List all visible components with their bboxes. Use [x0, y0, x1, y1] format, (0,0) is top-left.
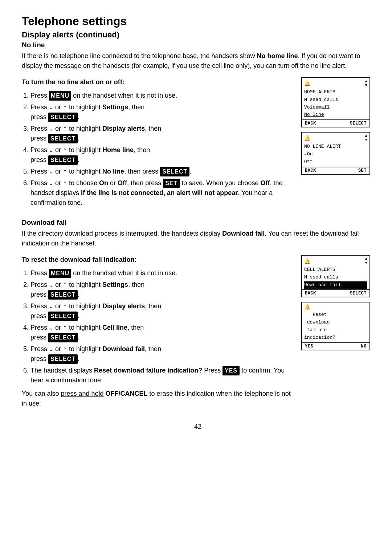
arrow-up: ⌃	[63, 125, 67, 133]
select-button-label: SELECT	[350, 121, 367, 126]
no-line-heading: No line	[22, 41, 374, 49]
phone-screen-reset-download: 🔔 Reset download failure indication? YES…	[301, 302, 370, 350]
list-item: Press ⌄ or ⌃ to highlight Display alerts…	[30, 124, 294, 143]
arrow-up: ⌃	[63, 168, 67, 176]
phone-footer: BACK SELECT	[302, 289, 369, 297]
list-item: Press ⌄ or ⌃ to highlight Home line, the…	[30, 145, 294, 165]
yes-key: YES	[222, 366, 240, 375]
phone-screen-home-alerts: 🔔 ▲ ▼ HOME ALERTS M ssed calls Voicemail…	[301, 77, 370, 127]
screen-line: NO LINE ALERT	[304, 143, 367, 151]
arrow-down: ⌄	[49, 168, 53, 176]
screen-line: CELL ALERTS	[304, 266, 367, 274]
list-item: Press MENU on the handset when it is not…	[30, 91, 294, 101]
arrow-down: ⌄	[49, 281, 53, 289]
select-key: SELECT	[48, 333, 78, 342]
download-fail-steps-section: To reset the download fail indication: P…	[22, 255, 374, 412]
phone-top-bar: 🔔 ▲ ▼	[304, 257, 367, 265]
download-fail-steps-list: Press MENU on the handset when it is not…	[30, 268, 294, 385]
list-item: Press MENU on the handset when it is not…	[30, 268, 294, 278]
scroll-arrows: ▲ ▼	[365, 80, 367, 88]
press-hold-text: press and hold	[61, 390, 103, 397]
select-button-label: SELECT	[350, 291, 367, 296]
phone-footer: BACK SET	[302, 167, 369, 174]
page-title: Telephone settings	[22, 15, 374, 28]
download-fail-steps-text: To reset the download fail indication: P…	[22, 255, 294, 412]
select-key: SELECT	[160, 167, 189, 176]
select-key: SELECT	[48, 134, 78, 143]
arrow-down: ⌄	[49, 324, 53, 332]
back-button-label: BACK	[305, 121, 316, 126]
menu-key: MENU	[49, 269, 71, 278]
arrow-up: ⌃	[63, 281, 67, 289]
select-key: SELECT	[48, 312, 78, 321]
scroll-arrows: ▲ ▼	[365, 134, 367, 142]
list-item: Press ⌄ or ⌃ to highlight No line, then …	[30, 167, 294, 176]
screen-line: ✓On	[304, 151, 367, 158]
screen-line: Off	[304, 158, 367, 166]
download-fail-section: Download fail If the directory download …	[22, 219, 374, 248]
screen-line-highlighted: No line	[304, 111, 367, 119]
arrow-down: ⌄	[49, 147, 53, 154]
no-line-screens: 🔔 ▲ ▼ HOME ALERTS M ssed calls Voicemail…	[301, 77, 374, 211]
menu-key: MENU	[49, 91, 71, 101]
phone-top-bar: 🔔	[304, 304, 367, 310]
no-line-steps-list: Press MENU on the handset when it is not…	[30, 91, 294, 208]
off-cancel-text: OFF/CANCEL	[106, 390, 148, 397]
phone-top-bar: 🔔 ▲ ▼	[304, 134, 367, 142]
arrow-down-icon: ▼	[365, 84, 367, 88]
select-key: SELECT	[48, 290, 78, 300]
phone-top-bar: 🔔 ▲ ▼	[304, 80, 367, 88]
arrow-up: ⌃	[63, 303, 67, 310]
download-fail-screens: 🔔 ▲ ▼ CELL ALERTS M ssed calls Download …	[301, 255, 374, 412]
arrow-down: ⌄	[49, 303, 53, 310]
no-line-steps-section: To turn the no line alert on or off: Pre…	[22, 77, 374, 211]
back-button-label: BACK	[305, 291, 316, 296]
no-line-section: No line If there is no telephone line co…	[22, 41, 374, 71]
screen-line: Voicemail	[304, 104, 367, 111]
back-button-label: BACK	[305, 168, 316, 173]
arrow-up: ⌃	[63, 147, 67, 154]
arrow-down-icon: ▼	[365, 138, 367, 142]
select-key: SELECT	[48, 155, 78, 165]
screen-line: HOME ALERTS	[304, 89, 367, 96]
list-item: Press ⌄ or ⌃ to highlight Settings, then…	[30, 280, 294, 300]
arrow-up: ⌃	[63, 180, 67, 187]
list-item: Press ⌄ or ⌃ to highlight Cell line, the…	[30, 323, 294, 342]
list-item: The handset displays Reset download fail…	[30, 366, 294, 385]
arrow-down: ⌄	[49, 125, 53, 133]
phone-footer: YES NO	[302, 342, 369, 350]
arrow-down: ⌄	[49, 180, 53, 187]
no-line-subheading: To turn the no line alert on or off:	[22, 78, 124, 86]
list-item: Press ⌄ or ⌃ to highlight Settings, then…	[30, 102, 294, 122]
section-subtitle: Display alerts (continued)	[22, 30, 374, 40]
set-button-label: SET	[358, 168, 367, 173]
footer-note: You can also press and hold OFF/CANCEL t…	[22, 389, 294, 408]
screen-line-selected: Download fail	[304, 281, 367, 289]
bell-icon: 🔔	[304, 304, 310, 310]
screen-line: M ssed calls	[304, 274, 367, 281]
no-line-intro: If there is no telephone line connected …	[22, 51, 374, 71]
no-line-steps-text: To turn the no line alert on or off: Pre…	[22, 77, 294, 211]
download-fail-intro: If the directory download process is int…	[22, 229, 374, 248]
list-item: Press ⌄ or ⌃ to highlight Display alerts…	[30, 301, 294, 321]
arrow-down-icon: ▼	[365, 261, 367, 265]
arrow-up: ⌃	[63, 346, 67, 353]
set-key: SET	[163, 179, 180, 188]
no-button-label: NO	[361, 344, 367, 349]
arrow-up: ⌃	[63, 104, 67, 111]
phone-screen-no-line-alert: 🔔 ▲ ▼ NO LINE ALERT ✓On Off BACK SET	[301, 132, 370, 174]
screen-line: indication?	[304, 334, 367, 342]
phone-footer: BACK SELECT	[302, 119, 369, 127]
arrow-down: ⌄	[49, 104, 53, 111]
arrow-up: ⌃	[63, 324, 67, 332]
screen-line: failure	[304, 326, 367, 334]
arrow-down: ⌄	[49, 346, 53, 353]
bell-icon: 🔔	[304, 258, 310, 264]
phone-screen-cell-alerts: 🔔 ▲ ▼ CELL ALERTS M ssed calls Download …	[301, 255, 370, 297]
yes-button-label: YES	[305, 344, 313, 349]
list-item: Press ⌄ or ⌃ to highlight Download fail,…	[30, 344, 294, 364]
download-fail-subheading: To reset the download fail indication:	[22, 256, 137, 263]
download-fail-heading: Download fail	[22, 219, 374, 227]
screen-line: M ssed calls	[304, 96, 367, 104]
scroll-arrows: ▲ ▼	[365, 257, 367, 265]
